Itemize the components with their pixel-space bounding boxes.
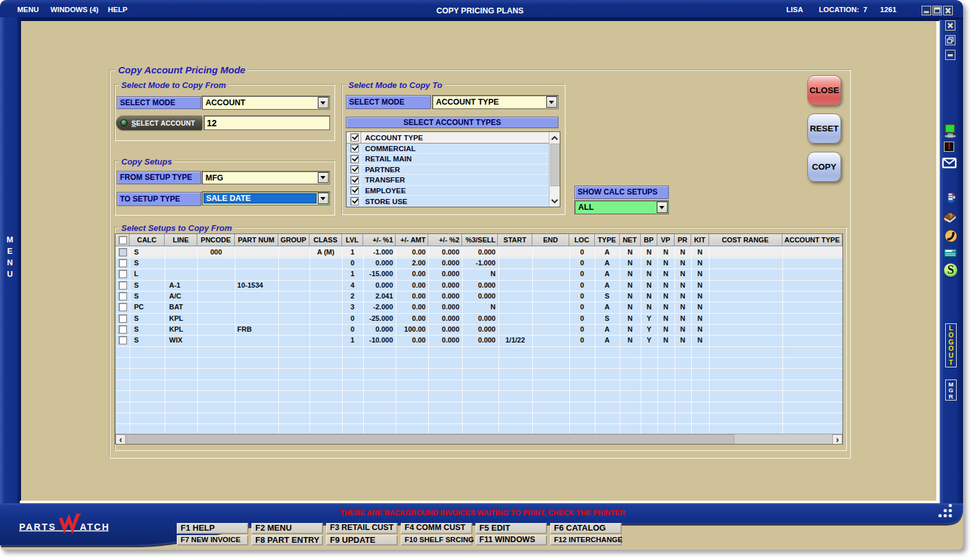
- svg-text:PARTS: PARTS: [19, 522, 56, 532]
- svg-text:?: ?: [948, 212, 953, 219]
- svg-text:ATCH: ATCH: [80, 522, 110, 532]
